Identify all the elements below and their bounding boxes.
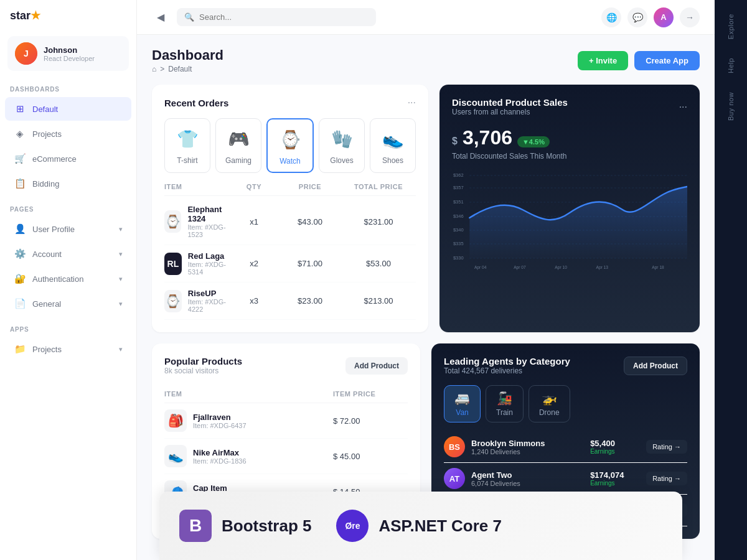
projects-icon: ◈ (14, 128, 26, 140)
chevron-down-icon: ▾ (119, 275, 123, 283)
agent-name: Brooklyn Simmons (471, 439, 584, 448)
tab-label: Gaming (225, 156, 251, 165)
invite-button[interactable]: + Invite (578, 51, 628, 70)
svg-text:Apr 13: Apr 13 (596, 265, 609, 270)
product-item: 🎒 Fjallraven Item: #XDG-6437 (164, 409, 333, 432)
sidebar-item-general[interactable]: 📄 General ▾ (5, 292, 131, 315)
product-id: Item: #XDG-5314 (188, 261, 229, 276)
card-header: Leading Agents by Category Total 424,567… (444, 356, 687, 375)
agent-name: Agent Two (471, 470, 584, 480)
card-menu-button[interactable]: ··· (679, 101, 687, 113)
svg-text:Apr 04: Apr 04 (474, 265, 487, 270)
dashboards-section-label: DASHBOARDS (0, 76, 136, 96)
tab-gloves[interactable]: 🧤 Gloves (319, 118, 365, 173)
product-image: 🎒 (164, 409, 187, 432)
logo-text: star★ (10, 9, 40, 22)
order-item: ⌚ RiseUP Item: #XDG-4222 (164, 289, 229, 313)
pill-train[interactable]: 🚂 Train (486, 385, 524, 422)
rating-button[interactable]: Rating → (646, 472, 687, 485)
order-qty: x2 (229, 259, 279, 268)
sidebar: star★ J Johnson React Developer DASHBOAR… (0, 0, 137, 560)
sidebar-item-default[interactable]: ⊞ Default (5, 97, 131, 121)
sales-value: 3,706 (463, 126, 512, 149)
sales-chart: $362 $357 $351 $346 $340 $335 $330 (452, 169, 687, 275)
currency-symbol: $ (452, 136, 458, 147)
product-id: Item: #XDG-1523 (187, 223, 229, 238)
product-name: RiseUP (188, 289, 229, 298)
order-price: $23.00 (279, 296, 341, 306)
svg-text:$340: $340 (453, 227, 464, 233)
agent-deliveries: 1,240 Deliveries (471, 448, 584, 455)
pill-label: Train (496, 408, 513, 417)
tab-label: T-shirt (177, 156, 197, 165)
order-price: $43.00 (279, 217, 341, 226)
add-product-button[interactable]: Add Product (345, 357, 408, 375)
notification-button[interactable]: 🌐 (601, 7, 621, 27)
sidebar-item-label: eCommerce (32, 154, 77, 164)
tab-gaming[interactable]: 🎮 Gaming (215, 118, 261, 173)
create-app-button[interactable]: Create App (634, 51, 700, 70)
tab-label: Watch (280, 157, 301, 166)
product-price: $ 45.00 (333, 452, 408, 461)
sidebar-item-projects-app[interactable]: 📁 Projects ▾ (5, 337, 131, 361)
user-icon: 👤 (14, 223, 26, 235)
product-id: Item: #XDG-1836 (193, 457, 247, 465)
aspnet-label: ASP.NET Core 7 (378, 516, 501, 536)
collapse-button[interactable]: ◀ (152, 9, 169, 26)
header-avatar[interactable]: A (654, 7, 674, 27)
table-row: 🎒 Fjallraven Item: #XDG-6437 $ 72.00 (164, 403, 408, 439)
agent-earnings: $5,400 (590, 439, 640, 448)
rating-button[interactable]: Rating → (646, 440, 687, 454)
pill-drone[interactable]: 🚁 Drone (529, 385, 570, 422)
svg-text:$362: $362 (453, 172, 464, 178)
tab-watch[interactable]: ⌚ Watch (266, 118, 314, 173)
order-total: $53.00 (341, 259, 416, 268)
sidebar-item-label: General (32, 299, 61, 309)
buy-now-button[interactable]: Buy now (723, 83, 738, 129)
chevron-down-icon: ▾ (119, 250, 123, 258)
user-role: React Developer (44, 55, 95, 62)
sidebar-item-label: Projects (32, 129, 62, 139)
add-product-agents-button[interactable]: Add Product (624, 357, 687, 375)
table-row: ⌚ Elephant 1324 Item: #XDG-1523 x1 $43.0… (164, 198, 416, 245)
agent-row: BS Brooklyn Simmons 1,240 Deliveries $5,… (444, 431, 687, 463)
category-tabs: 👕 T-shirt 🎮 Gaming ⌚ Watch 🧤 (164, 118, 416, 173)
watch-icon: ⌚ (276, 126, 304, 153)
order-item: RL Red Laga Item: #XDG-5314 (164, 251, 229, 276)
sidebar-item-user-profile[interactable]: 👤 User Profile ▾ (5, 217, 131, 241)
arrow-right-button[interactable]: → (680, 7, 700, 27)
aspnet-icon: Øre (336, 510, 369, 542)
sidebar-item-authentication[interactable]: 🔐 Authentication ▾ (5, 267, 131, 291)
user-name: Johnson (44, 45, 95, 55)
sidebar-item-label: Authentication (32, 274, 83, 284)
sidebar-item-ecommerce[interactable]: 🛒 eCommerce (5, 147, 131, 170)
main-content: ◀ 🔍 🌐 💬 A → Dashboard ⌂ > Default (137, 0, 715, 560)
messages-button[interactable]: 💬 (627, 7, 647, 27)
pill-van[interactable]: 🚐 Van (444, 385, 481, 422)
order-item: ⌚ Elephant 1324 Item: #XDG-1523 (164, 205, 229, 238)
tab-label: Shoes (382, 156, 403, 165)
sidebar-item-label: Account (32, 250, 62, 259)
card-menu-button[interactable]: ··· (408, 97, 416, 108)
search-icon: 🔍 (184, 12, 194, 22)
svg-text:$346: $346 (453, 213, 464, 219)
sidebar-item-projects[interactable]: ◈ Projects (5, 122, 131, 146)
page-title: Dashboard (152, 47, 223, 63)
svg-text:Apr 10: Apr 10 (555, 265, 567, 270)
sidebar-item-account[interactable]: ⚙️ Account ▾ (5, 242, 131, 266)
search-input[interactable] (199, 12, 369, 22)
user-profile-card[interactable]: J Johnson React Developer (7, 36, 129, 71)
product-name: Elephant 1324 (187, 205, 229, 223)
explore-button[interactable]: Explore (723, 5, 738, 48)
tab-tshirt[interactable]: 👕 T-shirt (164, 118, 210, 173)
table-header: ITEM QTY PRICE TOTAL PRICE (164, 183, 416, 196)
help-button[interactable]: Help (723, 49, 738, 82)
sales-title: Discounted Product Sales (452, 97, 568, 108)
gloves-icon: 🧤 (328, 125, 355, 152)
earnings-label: Earnings (590, 480, 640, 487)
col-total: TOTAL PRICE (341, 183, 416, 190)
right-panel: Explore Help Buy now (715, 0, 747, 560)
tab-shoes[interactable]: 👟 Shoes (370, 118, 416, 173)
svg-text:Apr 18: Apr 18 (652, 265, 664, 270)
sidebar-item-bidding[interactable]: 📋 Bidding (5, 172, 131, 195)
